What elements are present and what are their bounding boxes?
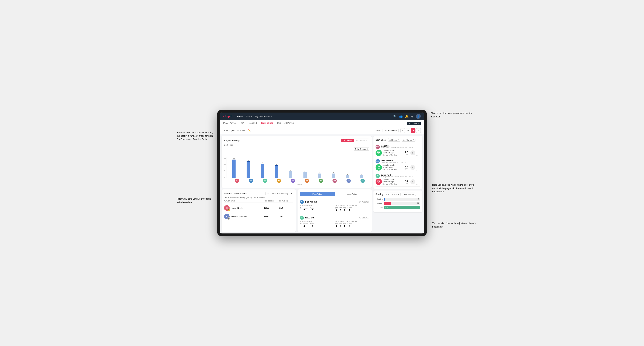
bar-value-9: 2	[347, 174, 348, 175]
pai-date-2: 02 Sep 2023	[359, 217, 369, 219]
avatar-jcoles: JC	[277, 178, 281, 183]
nav-link-teams[interactable]: Teams	[246, 114, 252, 119]
par-filter[interactable]: Par 3, 4 & 5s ▾	[385, 192, 401, 196]
scoring-label-birdies: Birdies	[376, 202, 382, 204]
bar-group-6: 4	[298, 157, 312, 178]
plus-circle-icon[interactable]: ⊕	[411, 115, 413, 118]
total-practice-label-1: Total Practice Activities	[334, 205, 369, 206]
gtt-val-2: 0	[336, 225, 337, 227]
bar-chart: 15 10 5 0	[224, 152, 369, 178]
all-shots-filter[interactable]: All Shots ▾	[388, 138, 400, 142]
chevron-down-icon: ▾	[291, 192, 292, 195]
scoring-bar-fill-birdies	[384, 202, 391, 205]
heart-view-button[interactable]: ♥	[411, 128, 416, 133]
shot-player-info-3: DF David Ford 24 Aug 2023 · Royal North …	[376, 174, 418, 185]
bar-group-4: 9	[270, 157, 283, 178]
tab-bar-right: Add Team +	[407, 122, 421, 125]
most-active-card: Most Active Least Active BM Blair McHarg	[298, 189, 372, 232]
chevron-down-icon: ▾	[413, 193, 414, 195]
total-rounds-label-2: Total Rounds	[300, 221, 334, 222]
timescale-select[interactable]: Last 3 months ▾	[382, 129, 399, 132]
bar-value-3: 10	[262, 162, 263, 164]
player-name-1: Richard Butler	[231, 207, 262, 209]
bar-group-5: 5	[284, 157, 298, 178]
list-view-button[interactable]: ⊟	[406, 128, 410, 133]
chart-dropdown[interactable]: Total Rounds ▾	[354, 147, 369, 151]
detail-view-button[interactable]: ≡	[416, 128, 421, 133]
player-activity-item-1: BM Blair McHarg 26 Aug 2023 Total Rounds…	[300, 198, 369, 214]
subheader: Team Clippd | 14 Players ✏️ Show: Last 3…	[220, 127, 424, 134]
avatars-row: BM RB DF JC EE	[224, 178, 369, 183]
annotation-bottom-right1: Here you can see who's hit the best shot…	[432, 183, 478, 193]
subheader-right: Show: Last 3 months ▾ ⊞ ⊟ ♥ ≡	[376, 128, 421, 133]
bar-7	[318, 173, 321, 178]
on-course-toggle[interactable]: On Course	[341, 139, 354, 142]
arg-val-2: 0	[344, 225, 345, 227]
shot-chevron-3[interactable]: ›	[420, 178, 420, 181]
most-active-button[interactable]: Most Active	[300, 192, 334, 196]
nav-logo: clippd	[223, 115, 232, 118]
tab-pga[interactable]: PGA	[240, 122, 244, 125]
practice-drills-toggle[interactable]: Practice Drills	[354, 139, 369, 142]
bar-5	[289, 171, 292, 178]
rank-badge-2: ②	[228, 217, 230, 220]
shot-player-info-2: BM Blair McHarg 23 Jul 2023 · Ashridge G…	[376, 159, 418, 171]
zero-val-1: 0	[412, 152, 414, 154]
tab-hcaps[interactable]: Hcaps 1-5	[248, 122, 258, 125]
zero-unit-2: yds	[416, 169, 418, 171]
player-name-area-1: Richard Butler	[231, 207, 262, 209]
add-team-button[interactable]: Add Team +	[407, 122, 421, 125]
pai-stats-row-1: Tournament 7 Practice 6	[300, 207, 369, 211]
y-label-5: 5	[224, 170, 226, 172]
avatar-eebert: EE	[291, 178, 295, 183]
shot-info-text-1: Shot Dist: 67 yds Start Lie: Rough End L…	[382, 150, 403, 156]
sg-label-3: SG	[378, 182, 380, 183]
shot-player-info-1: MM Matt Miller 09 Jun 2023 · Royal North…	[376, 145, 418, 156]
annotation-mid-left: Filter what data you wish the table to b…	[177, 197, 214, 204]
nav-right: 🔍 👥 🔔 ⊕ 👤	[393, 114, 421, 119]
shot-meta-1: 09 Jun 2023 · Royal North Devon GC, Hole…	[381, 147, 413, 149]
practice-acts-1: GTT 0 APP 0 ARG	[334, 207, 369, 211]
player-activity-card: Player Activity On Course Practice Drill…	[222, 136, 372, 188]
scoring-title: Scoring	[376, 193, 384, 195]
annotation-top-right: Choose the timescale you wish to see the…	[430, 112, 472, 118]
total-rounds-label-1: Total Rounds	[300, 205, 334, 206]
tournament-val-1: 7	[304, 209, 305, 211]
sg-value-1: 200	[377, 151, 380, 153]
shot-chevron-2[interactable]: ›	[420, 164, 420, 166]
pb-score-2: 18/20	[264, 215, 278, 218]
leaderboard-filter[interactable]: PUTT Must Make Putting ... ▾	[266, 192, 293, 195]
rounds-1: Tournament 7 Practice 6	[300, 207, 334, 211]
tab-team-clippd[interactable]: Team Clippd	[261, 122, 273, 125]
search-icon[interactable]: 🔍	[393, 115, 397, 118]
shot-info-text-2: Shot Dist: 43 yds Start Lie: Rough End L…	[382, 164, 403, 171]
least-active-button[interactable]: Least Active	[334, 192, 369, 196]
nav-link-home[interactable]: Home	[237, 114, 243, 119]
tournament-val-2: 8	[304, 225, 305, 227]
shot-chevron-1[interactable]: ›	[420, 149, 420, 152]
putt-label-2: PUTT	[348, 223, 352, 225]
shot-details-3: 198 SG Shot Dist: 16 yds Start Lie: Roug…	[376, 178, 418, 185]
avatar[interactable]: 👤	[416, 114, 421, 119]
nav-link-performance[interactable]: My Performance	[255, 114, 272, 119]
tab-pgat-players[interactable]: PGAT Players	[223, 122, 236, 125]
shot-player-header-1: MM Matt Miller 09 Jun 2023 · Royal North…	[376, 145, 418, 149]
bar-value-10: 2	[362, 174, 362, 175]
edit-icon[interactable]: ✏️	[248, 129, 250, 132]
shot-sg-badge-2: 200 SG	[376, 164, 382, 171]
tablet-screen: clippd Home Teams My Performance 🔍 👥 🔔 ⊕…	[220, 113, 424, 233]
users-icon[interactable]: 👥	[399, 115, 403, 118]
shot-avatar-2: BM	[376, 159, 380, 163]
bar-group-7: 3	[312, 157, 326, 178]
scoring-players-filter[interactable]: All Players ▾	[402, 192, 416, 196]
tab-all-players[interactable]: All Players	[284, 122, 294, 125]
all-players-filter[interactable]: All Players ▾	[402, 138, 416, 142]
pai-stats-header-1: Total Rounds Total Practice Activities	[300, 205, 369, 206]
bell-icon[interactable]: 🔔	[405, 115, 408, 118]
bar-8	[332, 173, 335, 178]
x-axis-label: Players	[224, 183, 369, 185]
app-val-1: 0	[340, 209, 341, 211]
shot-details-1: 200 SG Shot Dist: 67 yds Start Lie: Roug…	[376, 150, 418, 156]
grid-view-button[interactable]: ⊞	[400, 128, 405, 133]
tab-tour[interactable]: Tour	[277, 122, 281, 125]
